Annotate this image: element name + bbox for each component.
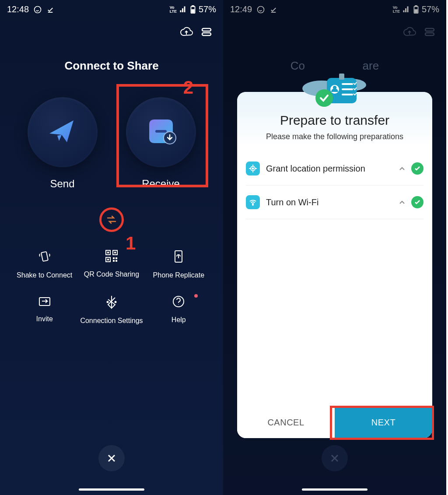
whatsapp-icon (33, 5, 42, 14)
cancel-button[interactable]: CANCEL (237, 407, 335, 438)
invite-icon (38, 295, 52, 309)
phone-replicate[interactable]: Phone Replicate (147, 249, 210, 279)
qr-label: QR Code Sharing (84, 270, 139, 278)
receive-button[interactable]: Receive (126, 97, 196, 190)
check-wifi-label: Turn on Wi-Fi (266, 197, 393, 207)
help-label: Help (172, 316, 186, 324)
shake-icon (38, 249, 52, 265)
svg-rect-11 (107, 252, 109, 253)
svg-rect-13 (114, 252, 116, 253)
settings-label: Connection Settings (80, 317, 143, 325)
svg-rect-37 (339, 74, 344, 80)
svg-rect-6 (202, 33, 211, 35)
svg-rect-5 (202, 28, 211, 31)
svg-rect-15 (107, 259, 109, 260)
cloud-icon[interactable] (179, 26, 193, 40)
screen-left: 12:48 VoLTE 57% Connect to Share (0, 0, 223, 495)
check-item-wifi[interactable]: Turn on Wi-Fi (246, 186, 424, 219)
home-indicator[interactable] (79, 488, 144, 491)
battery-icon (190, 5, 196, 14)
close-button (322, 445, 348, 471)
close-button[interactable] (98, 445, 125, 471)
qr-icon (105, 249, 118, 264)
help-icon (172, 295, 185, 310)
svg-point-50 (252, 204, 253, 205)
svg-point-43 (315, 89, 333, 107)
close-icon (107, 453, 116, 463)
invite[interactable]: Invite (13, 295, 76, 325)
svg-rect-4 (192, 10, 194, 12)
screen-right: 12:49 VoLTE 57% Connect to Share (223, 0, 446, 495)
connection-settings[interactable]: Connection Settings (80, 295, 143, 325)
menu-icon[interactable] (200, 26, 213, 40)
annotation-highlight-receive (116, 84, 208, 187)
home-indicator[interactable] (302, 488, 368, 491)
download-done-icon (46, 6, 54, 14)
close-icon (330, 453, 340, 463)
check-location-label: Grant location permission (266, 164, 393, 174)
annotation-highlight-next (330, 406, 434, 440)
send-icon (45, 114, 80, 151)
status-time: 12:48 (7, 4, 29, 14)
prepare-transfer-dialog: Prepare to transfer Please make the foll… (237, 92, 432, 438)
notification-dot (194, 294, 198, 298)
volte-icon: VoLTE (170, 6, 177, 14)
svg-rect-17 (116, 257, 117, 259)
svg-rect-18 (113, 260, 115, 262)
location-icon (246, 161, 260, 176)
chevron-up-icon (399, 198, 405, 206)
page-title: Connect to Share (0, 59, 223, 73)
help[interactable]: Help (147, 295, 210, 325)
check-ok-icon (411, 196, 424, 208)
svg-point-45 (252, 168, 254, 169)
dialog-badge-icon (300, 70, 370, 116)
wifi-icon (246, 195, 260, 209)
shake-to-connect[interactable]: Shake to Connect (13, 249, 76, 279)
replicate-label: Phone Replicate (153, 271, 204, 279)
svg-point-0 (35, 6, 41, 13)
dialog-subtitle: Please make the following preparations (246, 132, 424, 141)
qr-code-sharing[interactable]: QR Code Sharing (80, 249, 143, 279)
check-item-location[interactable]: Grant location permission (246, 152, 424, 186)
svg-rect-19 (116, 260, 117, 262)
invite-label: Invite (36, 315, 53, 323)
swap-icon (105, 215, 118, 224)
check-ok-icon (411, 162, 424, 175)
signal-icon (179, 6, 187, 14)
chevron-up-icon (399, 165, 405, 172)
replicate-icon (172, 249, 185, 265)
status-bar: 12:48 VoLTE 57% (0, 0, 223, 19)
svg-rect-3 (192, 5, 194, 6)
swap-button[interactable] (99, 207, 124, 232)
svg-rect-9 (41, 252, 48, 261)
svg-point-23 (115, 302, 116, 303)
send-button[interactable]: Send (28, 97, 98, 190)
bluetooth-settings-icon (106, 295, 117, 311)
svg-point-22 (107, 302, 108, 303)
shake-label: Shake to Connect (17, 271, 72, 279)
battery-percent: 57% (199, 4, 216, 14)
svg-rect-16 (113, 257, 115, 259)
send-label: Send (50, 178, 74, 190)
